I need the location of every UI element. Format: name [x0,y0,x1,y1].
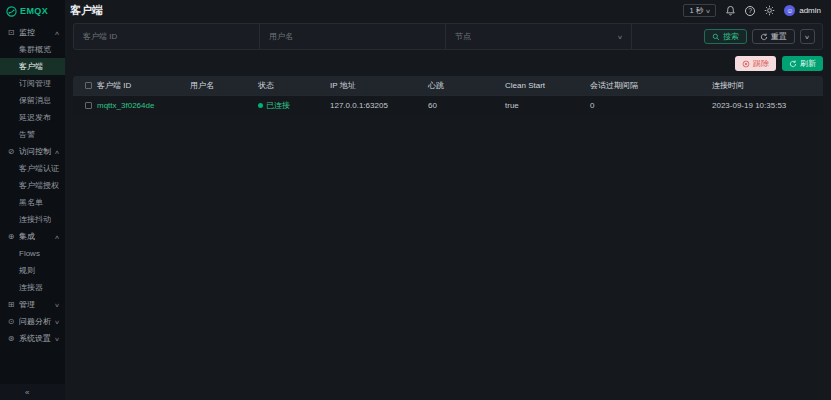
refresh-button[interactable]: 刷新 [782,56,823,71]
chevron-down-icon: ∨ [54,302,60,308]
top-bar-actions: 1 秒 ∨ ? ☺ admin [683,4,821,17]
main-content: 客户端 1 秒 ∨ ? [65,0,831,400]
node-filter-select[interactable]: 节点 ∨ [446,24,632,49]
diagnose-icon: ⊙ [6,317,16,326]
chevron-down-icon: ∨ [804,34,810,40]
col-username: 用户名 [190,80,258,91]
chevron-up-icon: ∧ [54,149,60,155]
shield-icon: ⊘ [6,147,16,156]
integration-icon: ⊕ [6,232,16,241]
sidebar-section-system[interactable]: ⊛ 系统设置 ∨ [0,330,65,347]
connected-dot-icon [258,103,263,108]
table-row[interactable]: mqttx_3f0264de 已连接 127.0.0.1:63205 60 tr… [73,95,823,114]
avatar: ☺ [784,5,795,16]
sidebar-item-authorization[interactable]: 客户端授权 [0,177,65,194]
kick-button[interactable]: 踢除 [735,56,776,71]
col-client-id: 客户端 ID [97,80,190,91]
sidebar-item-delayed-publish[interactable]: 延迟发布 [0,109,65,126]
monitor-icon: ⊡ [6,28,16,37]
sidebar-section-label: 问题分析 [19,316,51,327]
row-checkbox[interactable] [85,102,92,109]
cell-ip: 127.0.0.1:63205 [330,101,428,110]
sidebar-item-alarms[interactable]: 告警 [0,126,65,143]
more-filters-toggle[interactable]: ∨ [800,29,815,44]
brand-logo[interactable]: EMQX [0,0,65,22]
table-actions: 踢除 刷新 [73,56,823,71]
search-button[interactable]: 搜索 [704,29,747,44]
username-filter-input[interactable]: 用户名 [260,24,446,49]
sidebar-item-authentication[interactable]: 客户端认证 [0,160,65,177]
filter-bar: 客户端 ID 用户名 节点 ∨ 搜索 重置 [73,23,823,50]
management-icon: ⊞ [6,300,16,309]
cell-clean-start: true [505,101,590,110]
username-placeholder: 用户名 [269,31,293,42]
bell-icon[interactable] [725,5,736,16]
reset-button[interactable]: 重置 [752,29,795,44]
sidebar-item-clients[interactable]: 客户端 [0,58,65,75]
col-session-expiry: 会话过期间隔 [590,80,712,91]
sidebar-section-diagnose[interactable]: ⊙ 问题分析 ∨ [0,313,65,330]
refresh-interval-dropdown[interactable]: 1 秒 ∨ [683,4,716,17]
sidebar-section-label: 监控 [19,27,35,38]
select-all-checkbox[interactable] [85,82,92,89]
sidebar-section-label: 集成 [19,231,35,242]
refresh-interval-value: 1 秒 [689,6,703,16]
sidebar-item-retained-messages[interactable]: 保留消息 [0,92,65,109]
sidebar-section-monitoring[interactable]: ⊡ 监控 ∧ [0,24,65,41]
page-title: 客户端 [70,3,103,18]
cell-keepalive: 60 [428,101,505,110]
gear-icon[interactable] [764,5,775,16]
sidebar-item-subscriptions[interactable]: 订阅管理 [0,75,65,92]
reset-icon [760,33,768,41]
top-bar: 客户端 1 秒 ∨ ? [65,0,831,21]
client-id-filter-input[interactable]: 客户端 ID [74,24,260,49]
node-placeholder: 节点 [455,31,471,42]
status-badge: 已连接 [258,100,330,111]
kick-icon [742,60,750,68]
search-icon [712,33,720,41]
sidebar: EMQX ⊡ 监控 ∧ 集群概览 客户端 订阅管理 保留消息 延迟发布 告警 ⊘… [0,0,65,400]
sidebar-section-management[interactable]: ⊞ 管理 ∨ [0,296,65,313]
sidebar-item-cluster-overview[interactable]: 集群概览 [0,41,65,58]
col-connected-at: 连接时间 [712,80,823,91]
sidebar-section-label: 管理 [19,299,35,310]
sidebar-collapse-toggle[interactable]: « [0,384,65,400]
sidebar-section-access-control[interactable]: ⊘ 访问控制 ∧ [0,143,65,160]
chevron-down-icon: ∨ [54,336,60,342]
col-keepalive: 心跳 [428,80,505,91]
help-icon[interactable]: ? [745,6,755,16]
table-header-row: 客户端 ID 用户名 状态 IP 地址 心跳 Clean Start 会话过期间… [73,76,823,95]
user-name: admin [799,6,821,15]
client-id-placeholder: 客户端 ID [83,31,117,42]
sidebar-item-rules[interactable]: 规则 [0,262,65,279]
sidebar-item-flapping-detect[interactable]: 连接抖动 [0,211,65,228]
sidebar-item-flows[interactable]: Flows [0,245,65,262]
cell-connected-at: 2023-09-19 10:35:53 [712,101,823,110]
sidebar-item-connectors[interactable]: 连接器 [0,279,65,296]
settings-icon: ⊛ [6,334,16,343]
sidebar-section-integration[interactable]: ⊕ 集成 ∧ [0,228,65,245]
chevron-up-icon: ∧ [54,30,60,36]
client-id-link[interactable]: mqttx_3f0264de [97,101,190,110]
filter-buttons: 搜索 重置 ∨ [704,29,822,44]
sidebar-section-label: 访问控制 [19,146,51,157]
chevron-down-icon: ∨ [705,8,711,14]
brand-name: EMQX [20,6,48,16]
sidebar-section-label: 系统设置 [19,333,51,344]
collapse-icon: « [25,388,29,397]
emqx-logo-icon [6,6,17,17]
chevron-up-icon: ∧ [54,234,60,240]
user-menu[interactable]: ☺ admin [784,5,821,16]
chevron-down-icon: ∨ [54,319,60,325]
col-status: 状态 [258,80,330,91]
col-clean-start: Clean Start [505,81,590,90]
clients-table: 客户端 ID 用户名 状态 IP 地址 心跳 Clean Start 会话过期间… [73,76,823,114]
cell-session-expiry: 0 [590,101,712,110]
chevron-down-icon: ∨ [617,34,623,40]
sidebar-item-banned-clients[interactable]: 黑名单 [0,194,65,211]
sidebar-menu: ⊡ 监控 ∧ 集群概览 客户端 订阅管理 保留消息 延迟发布 告警 ⊘ 访问控制… [0,22,65,384]
col-ip: IP 地址 [330,80,428,91]
refresh-icon [789,60,797,68]
